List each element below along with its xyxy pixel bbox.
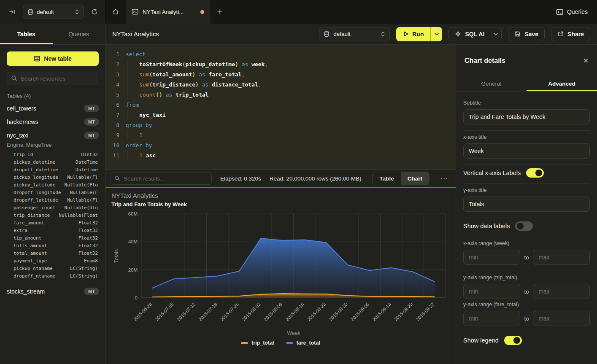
sidebar-collapse-button[interactable]	[6, 5, 19, 18]
tab-strip: NYTaxi Analyti...	[105, 0, 556, 24]
new-table-button[interactable]: New table	[7, 51, 99, 66]
sql-ai-caret[interactable]	[490, 27, 501, 41]
run-label: Run	[412, 31, 424, 38]
xrange-min-input[interactable]	[463, 250, 520, 265]
yrange-trip-row: to	[463, 284, 590, 299]
subtitle-field-label: Subtitle	[463, 100, 590, 106]
console-icon	[556, 9, 563, 15]
yrange-trip-label: y-axis range (trip_total)	[463, 275, 590, 280]
panel-tab-advanced[interactable]: Advanced	[527, 76, 597, 91]
home-tab-button[interactable]	[105, 0, 126, 24]
run-options-caret[interactable]	[430, 27, 442, 41]
table-item-hackernews[interactable]: hackernewsMT	[0, 115, 105, 129]
view-toggle-table[interactable]: Table	[373, 172, 400, 185]
svg-text:40M: 40M	[128, 239, 138, 244]
yrange-trip-min-input[interactable]	[463, 284, 520, 299]
tab-nytaxi-analytics[interactable]: NYTaxi Analyti...	[126, 0, 211, 24]
legend-item-trip_total[interactable]: trip_total	[241, 340, 274, 346]
table-list: cell_towersMThackernewsMTnyc_taxiMTEngin…	[0, 102, 105, 298]
sql-ai-button[interactable]: SQL AI	[448, 27, 502, 41]
sidebar-tab-queries[interactable]: Queries	[53, 24, 105, 44]
legend-item-fare_total[interactable]: fare_total	[286, 340, 320, 346]
divider	[463, 218, 590, 218]
share-button[interactable]: Share	[551, 27, 590, 41]
vertical-xaxis-labels-toggle[interactable]	[526, 168, 544, 178]
yaxis-title-input[interactable]	[463, 197, 590, 212]
legend-swatch	[241, 342, 248, 344]
divider	[463, 130, 590, 131]
elapsed-stat: Elapsed: 0.320s	[220, 175, 261, 182]
svg-text:2015-09-06: 2015-09-06	[350, 302, 370, 322]
column-row: trip_distanceNullable(Float	[0, 211, 105, 219]
svg-text:2015-08-16: 2015-08-16	[284, 302, 305, 322]
yrange-fare-label: y-axis range (fare_total)	[463, 302, 590, 307]
xrange-max-input[interactable]	[533, 250, 590, 265]
search-results-input[interactable]	[111, 172, 212, 185]
search-icon	[114, 175, 120, 181]
tables-section-label: Tables (4)	[0, 93, 105, 102]
panel-tab-general[interactable]: General	[456, 76, 527, 91]
sql-editor[interactable]: 1234567891011 selecttoStartOfWeek(pickup…	[105, 45, 456, 170]
table-item-nyc_taxi[interactable]: nyc_taxiMT	[0, 129, 105, 142]
panel-body: Subtitle x-axis title Vertical x-axis La…	[456, 92, 597, 364]
svg-text:2015-07-26: 2015-07-26	[219, 302, 240, 322]
panel-header: Chart details ✕	[456, 45, 597, 76]
yrange-trip-max-input[interactable]	[533, 284, 590, 299]
xaxis-title-label: x-axis title	[463, 134, 590, 140]
show-legend-toggle[interactable]	[504, 336, 522, 345]
xaxis-title-input[interactable]	[463, 143, 590, 159]
svg-text:2015-07-12: 2015-07-12	[176, 302, 196, 322]
play-icon	[403, 31, 409, 37]
area-chart[interactable]: 020M40M60M2015-06-282015-07-052015-07-12…	[105, 208, 456, 339]
save-button[interactable]: Save	[508, 27, 545, 41]
run-database-name: default	[333, 31, 351, 37]
run-database-selector[interactable]: default	[319, 27, 390, 41]
yrange-fare-row: to	[463, 311, 590, 326]
results-more-button[interactable]: ⋯	[438, 174, 451, 183]
legend-label: fare_total	[297, 340, 320, 346]
main-area: NYTaxi Analytics default Run	[105, 24, 597, 364]
read-stat: Read: 20,000,000 rows (260.00 MB)	[270, 175, 362, 182]
show-data-labels-toggle[interactable]	[515, 221, 533, 231]
engine-label: Engine: MergeTree	[0, 142, 105, 151]
show-data-labels-label: Show data labels	[463, 223, 510, 229]
legend-label: trip_total	[251, 340, 274, 346]
svg-text:60M: 60M	[128, 211, 138, 216]
table-item-cell_towers[interactable]: cell_towersMT	[0, 102, 105, 115]
sidebar: Tables Queries New table Tables (4) cell…	[0, 24, 105, 364]
search-resources-input[interactable]	[7, 72, 98, 85]
yrange-fare-min-input[interactable]	[463, 311, 520, 326]
to-label: to	[524, 254, 529, 261]
svg-text:2015-07-19: 2015-07-19	[197, 302, 218, 322]
chart-details-panel: Chart details ✕ General Advanced Subtitl…	[456, 45, 597, 364]
workspace: Tables Queries New table Tables (4) cell…	[0, 24, 597, 364]
close-icon[interactable]: ✕	[583, 57, 589, 65]
to-label: to	[524, 289, 529, 295]
console-icon	[132, 9, 138, 15]
share-icon	[557, 31, 564, 37]
toggle-knob	[513, 337, 520, 344]
editor-column: 1234567891011 selecttoStartOfWeek(pickup…	[105, 45, 456, 364]
unsaved-dot	[200, 10, 204, 14]
svg-text:Week: Week	[287, 330, 300, 336]
run-button[interactable]: Run	[396, 27, 442, 41]
subtitle-input[interactable]	[463, 109, 590, 124]
divider	[463, 183, 590, 184]
add-tab-button[interactable]	[211, 0, 229, 24]
panel-tabs: General Advanced	[456, 76, 597, 92]
svg-text:0: 0	[135, 295, 138, 300]
column-row: dropoff_datetimeDateTime	[0, 166, 105, 173]
table-item-stocks_stream[interactable]: stocks_streamMT	[0, 285, 105, 298]
column-row: fare_amountFloat32	[0, 219, 105, 226]
sidebar-tab-tables[interactable]: Tables	[0, 24, 53, 44]
refresh-button[interactable]	[88, 5, 101, 18]
yaxis-title-label: y-axis title	[463, 187, 590, 193]
svg-text:2015-07-05: 2015-07-05	[154, 302, 174, 322]
database-selector[interactable]: default	[23, 5, 84, 19]
table-grid-icon	[34, 56, 40, 62]
queries-button[interactable]: Queries	[556, 8, 588, 15]
results-search	[111, 172, 212, 185]
line-number-gutter: 1234567891011	[105, 45, 126, 170]
view-toggle-chart[interactable]: Chart	[401, 172, 429, 185]
yrange-fare-max-input[interactable]	[533, 311, 590, 326]
